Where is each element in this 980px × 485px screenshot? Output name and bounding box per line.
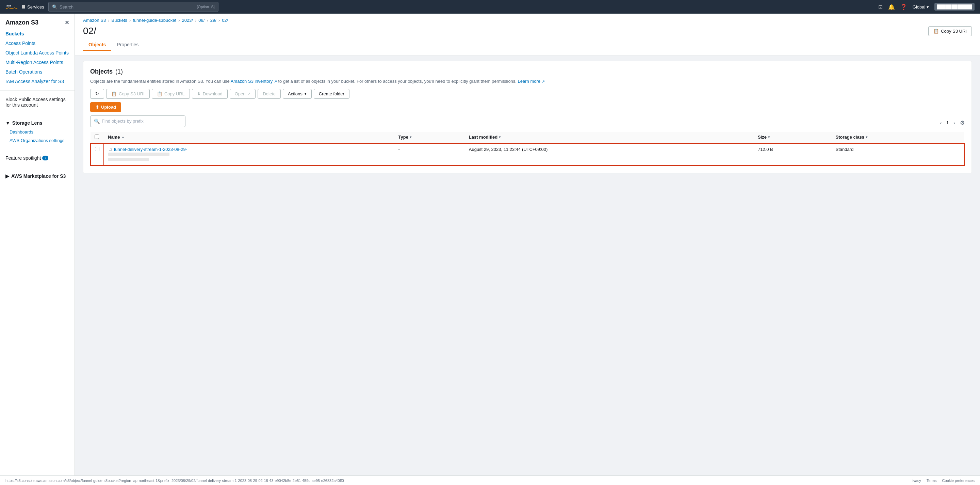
breadcrumb-08[interactable]: 08/ bbox=[198, 18, 205, 23]
help-icon[interactable]: ❓ bbox=[900, 4, 907, 10]
sort-icon-size: ▾ bbox=[768, 135, 770, 139]
external-link-icon: ↗ bbox=[274, 79, 277, 83]
pagination-next-button[interactable]: › bbox=[951, 119, 957, 127]
th-name-label: Name bbox=[108, 134, 120, 140]
sidebar-item-buckets[interactable]: Buckets bbox=[0, 29, 75, 38]
sort-icon-name: ▲ bbox=[121, 135, 124, 139]
global-menu[interactable]: Global ▾ bbox=[913, 5, 929, 10]
th-size[interactable]: Size ▾ bbox=[754, 132, 832, 143]
row-checkbox[interactable] bbox=[95, 147, 99, 151]
sort-icon-modified: ▾ bbox=[499, 135, 501, 139]
upload-icon: ⬆ bbox=[95, 105, 99, 110]
pagination-prev-button[interactable]: ‹ bbox=[938, 119, 943, 127]
open-button[interactable]: Open ↗ bbox=[230, 89, 256, 99]
prefix-search-input[interactable] bbox=[102, 116, 182, 127]
sidebar-storage-lens-toggle[interactable]: ▼ Storage Lens bbox=[0, 118, 75, 128]
external-icon: ↗ bbox=[247, 92, 250, 96]
terms-link[interactable]: Terms bbox=[927, 479, 937, 483]
sidebar-item-multi-region[interactable]: Multi-Region Access Points bbox=[0, 57, 75, 67]
page-title-row: 02/ 📋 Copy S3 URI bbox=[83, 26, 972, 37]
breadcrumb-sep-1: › bbox=[108, 18, 109, 23]
th-type[interactable]: Type ▾ bbox=[395, 132, 465, 143]
top-navigation: aws Services 🔍 [Option+S] ⊡ 🔔 ❓ Global ▾… bbox=[0, 0, 980, 14]
services-menu[interactable]: Services bbox=[22, 5, 44, 10]
aws-logo: aws bbox=[5, 3, 18, 11]
row-modified-cell: August 29, 2023, 11:23:44 (UTC+09:00) bbox=[465, 143, 754, 166]
breadcrumb-bucket-name[interactable]: funnel-guide-s3bucket bbox=[133, 18, 176, 23]
breadcrumb-buckets[interactable]: Buckets bbox=[111, 18, 127, 23]
bell-icon[interactable]: 🔔 bbox=[888, 4, 895, 10]
search-bar[interactable]: 🔍 [Option+S] bbox=[48, 2, 218, 12]
main-content: Amazon S3 › Buckets › funnel-guide-s3buc… bbox=[75, 14, 980, 485]
external-link-icon-2: ↗ bbox=[542, 79, 545, 83]
th-storage-class[interactable]: Storage class ▾ bbox=[832, 132, 964, 143]
copy-s3-uri-header-button[interactable]: 📋 Copy S3 URI bbox=[928, 26, 972, 36]
copy-url-button[interactable]: 📋 Copy URL bbox=[152, 89, 190, 99]
copy-url-label: Copy URL bbox=[164, 91, 185, 96]
breadcrumb-sep-6: › bbox=[218, 18, 220, 23]
copy-s3-uri-btn-label: Copy S3 URI bbox=[119, 91, 145, 96]
tab-properties[interactable]: Properties bbox=[111, 39, 144, 51]
breadcrumb-amazon-s3[interactable]: Amazon S3 bbox=[83, 18, 106, 23]
screen-icon[interactable]: ⊡ bbox=[878, 4, 883, 10]
delete-button[interactable]: Delete bbox=[258, 89, 281, 99]
cookie-preferences-link[interactable]: Cookie preferences bbox=[942, 479, 975, 483]
select-all-checkbox[interactable] bbox=[95, 134, 99, 139]
page-title: 02/ bbox=[83, 26, 96, 37]
nav-right: ⊡ 🔔 ❓ Global ▾ ████████████ bbox=[878, 3, 975, 11]
open-label: Open bbox=[235, 91, 246, 96]
sidebar-close-button[interactable]: ✕ bbox=[65, 19, 69, 26]
breadcrumb-2023[interactable]: 2023/ bbox=[182, 18, 193, 23]
user-menu[interactable]: ████████████ bbox=[934, 3, 975, 11]
breadcrumb-02[interactable]: 02/ bbox=[222, 18, 228, 23]
learn-more-link[interactable]: Learn more ↗ bbox=[518, 79, 545, 84]
copy-icon-btn: 📋 bbox=[111, 91, 117, 96]
upload-button[interactable]: ⬆ Upload bbox=[90, 102, 121, 112]
breadcrumb-29[interactable]: 29/ bbox=[210, 18, 216, 23]
refresh-button[interactable]: ↻ bbox=[90, 89, 104, 99]
download-button[interactable]: ⬇ Download bbox=[192, 89, 228, 99]
file-link[interactable]: funnel-delivery-stream-1-2023-08-29- bbox=[114, 147, 187, 152]
row-size-cell: 712.0 B bbox=[754, 143, 832, 166]
tab-objects[interactable]: Objects bbox=[83, 39, 111, 51]
tab-bar: Objects Properties bbox=[83, 39, 972, 51]
status-bar: https://s3.console.aws.amazon.com/s3/obj… bbox=[75, 475, 980, 485]
create-folder-button[interactable]: Create folder bbox=[314, 89, 350, 99]
svg-text:aws: aws bbox=[6, 4, 11, 7]
th-last-modified[interactable]: Last modified ▾ bbox=[465, 132, 754, 143]
pagination-row: ‹ 1 › ⚙ bbox=[938, 119, 965, 127]
chevron-down-icon: ▼ bbox=[5, 120, 10, 126]
action-bar: ↻ 📋 Copy S3 URI 📋 Copy URL ⬇ Download bbox=[90, 89, 965, 99]
th-name[interactable]: Name ▲ bbox=[104, 132, 395, 143]
sidebar-item-object-lambda[interactable]: Object Lambda Access Points bbox=[0, 48, 75, 57]
sidebar-marketplace-toggle[interactable]: ▶ AWS Marketplace for S3 bbox=[0, 171, 75, 181]
inventory-link[interactable]: Amazon S3 inventory ↗ bbox=[231, 79, 278, 84]
th-storage-label: Storage class bbox=[836, 134, 865, 140]
copy-s3-uri-button[interactable]: 📋 Copy S3 URI bbox=[106, 89, 150, 99]
actions-label: Actions bbox=[288, 91, 302, 96]
sidebar-item-access-points[interactable]: Access Points bbox=[0, 38, 75, 48]
table-settings-icon[interactable]: ⚙ bbox=[960, 120, 965, 126]
sidebar-item-block-public[interactable]: Block Public Access settings for this ac… bbox=[0, 95, 75, 110]
search-bar-objects[interactable]: 🔍 bbox=[90, 115, 185, 127]
actions-button[interactable]: Actions bbox=[283, 89, 312, 99]
sort-icon-storage: ▾ bbox=[865, 135, 867, 139]
sidebar-item-batch-ops[interactable]: Batch Operations bbox=[0, 67, 75, 77]
breadcrumb-sep-3: › bbox=[178, 18, 180, 23]
panel-count: (1) bbox=[115, 68, 123, 75]
row-name-cell: 🗋 funnel-delivery-stream-1-2023-08-29- bbox=[104, 143, 395, 166]
objects-panel: Objects (1) Objects are the fundamental … bbox=[83, 61, 972, 173]
sidebar-item-feature-spotlight[interactable]: Feature spotlight 7 bbox=[0, 153, 75, 163]
sidebar-item-aws-org-settings[interactable]: AWS Organizations settings bbox=[0, 136, 75, 145]
privacy-link[interactable]: ivacy bbox=[913, 479, 921, 483]
page-header: Amazon S3 › Buckets › funnel-guide-s3buc… bbox=[75, 14, 980, 56]
download-label: Download bbox=[203, 91, 223, 96]
search-input[interactable] bbox=[60, 2, 195, 11]
sort-icon-type: ▾ bbox=[410, 135, 411, 139]
sidebar-divider-1 bbox=[0, 90, 75, 91]
sidebar-item-dashboards[interactable]: Dashboards bbox=[0, 128, 75, 136]
sidebar-item-iam-analyzer[interactable]: IAM Access Analyzer for S3 bbox=[0, 77, 75, 86]
row-storage-class: Standard bbox=[836, 147, 854, 152]
chevron-right-icon: ▶ bbox=[5, 173, 9, 179]
file-name: funnel-delivery-stream-1-2023-08-29- bbox=[114, 147, 187, 152]
